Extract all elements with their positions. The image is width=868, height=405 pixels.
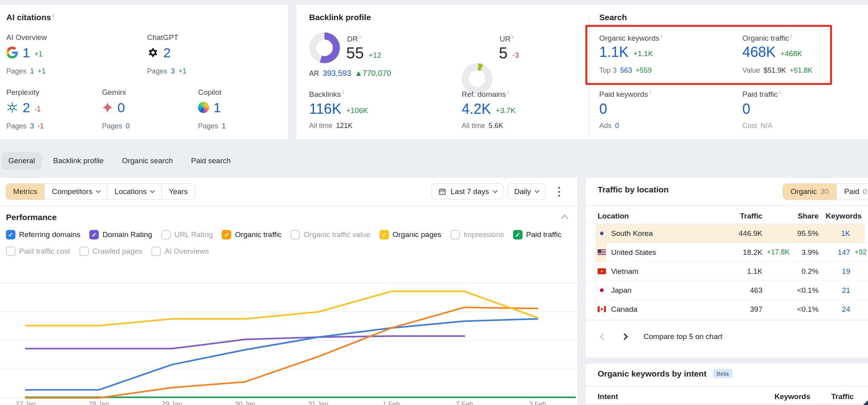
metric-checkbox-row-1: Referring domains Domain Rating URL Rati…	[6, 230, 561, 239]
metric-checkbox-item[interactable]: Impressions	[451, 230, 504, 239]
gemini-icon	[102, 102, 113, 113]
info-icon[interactable]: i	[342, 89, 343, 95]
header-keywords[interactable]: Keywords	[767, 392, 810, 401]
checkbox[interactable]	[89, 230, 99, 239]
backlinks-value[interactable]: 116K	[309, 102, 341, 116]
header-share[interactable]: Share	[793, 212, 819, 220]
checkbox[interactable]	[379, 230, 389, 239]
granularity-dropdown[interactable]: Daily	[508, 183, 545, 200]
ref-domains-value[interactable]: 4.2K	[462, 102, 491, 116]
ai-citations-card: AI citationsi AI Overview 1 +1 Pages1+1 …	[0, 5, 288, 139]
x-tick-label: 30 Jan	[235, 400, 255, 405]
checkbox-label: AI Overviews	[164, 247, 209, 256]
ur-donut-gauge	[462, 63, 492, 94]
chatgpt-value[interactable]: 2	[163, 46, 171, 59]
info-icon[interactable]: i	[508, 89, 509, 95]
keywords-count-link[interactable]: 147	[819, 248, 850, 257]
gemini-pages: Pages0	[102, 122, 130, 130]
metric-checkbox-item[interactable]: Paid traffic cost	[6, 247, 70, 256]
ai-overview-value[interactable]: 1	[23, 46, 30, 59]
paid-keywords-sub: Ads0	[599, 122, 619, 130]
country-flag-icon	[598, 287, 606, 293]
more-options-button[interactable]	[552, 183, 566, 200]
report-tab[interactable]: General	[2, 152, 42, 170]
x-tick-label: 27 Jan	[15, 400, 36, 405]
metrics-filter-button[interactable]: Metrics	[6, 184, 44, 200]
header-traffic[interactable]: Traffic	[713, 212, 762, 220]
checkbox[interactable]	[161, 230, 171, 239]
keywords-count-link[interactable]: 21	[819, 286, 850, 295]
tab-label: Paid search	[191, 156, 230, 165]
ar-delta: ▲770,070	[355, 69, 391, 78]
paid-keywords-value[interactable]: 0	[599, 102, 607, 116]
highlight-annotation-box	[585, 25, 832, 85]
location-table-row[interactable]: Japan 463 <0.1% 21	[586, 281, 868, 300]
keywords-count-link[interactable]: 19	[819, 267, 850, 276]
location-table-row[interactable]: United States 18.2K +17.8K 3.9% 147 +92	[586, 243, 868, 262]
checkbox[interactable]	[513, 230, 523, 239]
metric-checkbox-item[interactable]: AI Overviews	[151, 247, 209, 256]
x-tick-label: 2 Feb	[456, 400, 473, 405]
x-tick-label: 31 Jan	[308, 400, 328, 405]
paid-traffic-value[interactable]: 0	[742, 102, 750, 116]
location-table-row[interactable]: Vietnam 1.1K 0.2% 19	[586, 262, 868, 281]
info-icon[interactable]: i	[512, 34, 513, 40]
checkbox[interactable]	[6, 230, 15, 239]
metric-checkbox-item[interactable]: Referring domains	[6, 230, 80, 239]
header-traffic[interactable]: Traffic	[810, 392, 854, 401]
checkbox[interactable]	[291, 230, 300, 239]
previous-page-icon[interactable]	[600, 333, 607, 340]
checkbox[interactable]	[79, 247, 89, 256]
info-icon[interactable]: i	[779, 89, 780, 95]
toggle-paid[interactable]: Paid0	[836, 184, 868, 200]
compare-top5-link[interactable]: Compare top 5 on chart	[643, 332, 723, 341]
dr-label: DRi	[347, 35, 360, 43]
checkbox[interactable]	[6, 247, 15, 256]
perplexity-value[interactable]: 2	[23, 101, 30, 114]
report-tab[interactable]: Organic search	[115, 152, 179, 170]
checkbox[interactable]	[451, 230, 460, 239]
years-filter-button[interactable]: Years	[161, 184, 195, 200]
traffic-by-location-panel: Traffic by location Organic30 Paid0 Loca…	[586, 178, 868, 358]
checkbox[interactable]	[222, 230, 231, 239]
divider	[0, 205, 577, 206]
copilot-value[interactable]: 1	[213, 101, 221, 114]
organic-paid-toggle: Organic30 Paid0	[783, 183, 868, 200]
location-table-row[interactable]: Canada 397 <0.1% 24	[586, 300, 868, 318]
country-flag-icon	[598, 249, 606, 255]
beta-badge: Beta	[713, 369, 732, 378]
report-tab[interactable]: Paid search	[184, 152, 237, 170]
toggle-organic[interactable]: Organic30	[783, 184, 836, 200]
header-keywords[interactable]: Keywords	[819, 212, 868, 220]
x-tick-label: 29 Jan	[162, 400, 182, 405]
metric-checkbox-item[interactable]: Domain Rating	[89, 230, 152, 239]
checkbox[interactable]	[151, 247, 161, 256]
header-location[interactable]: Location	[598, 212, 713, 220]
metric-checkbox-item[interactable]: URL Rating	[161, 230, 213, 239]
scrollbar-thumb[interactable]	[864, 9, 868, 25]
competitors-filter-dropdown[interactable]: Competitors	[44, 184, 107, 200]
info-icon[interactable]: i	[359, 34, 360, 40]
metric-checkbox-item[interactable]: Organic pages	[379, 230, 442, 239]
info-icon[interactable]: i	[53, 13, 54, 19]
keywords-count-link[interactable]: 24	[819, 305, 850, 314]
checkbox-label: Referring domains	[19, 230, 80, 239]
collapse-section-button[interactable]	[561, 215, 568, 222]
metric-checkbox-item[interactable]: Organic traffic value	[291, 230, 370, 239]
keywords-count-link[interactable]: 1K	[819, 229, 850, 238]
gemini-value[interactable]: 0	[117, 101, 125, 114]
intent-table-header: Intent Keywords Traffic	[586, 390, 868, 404]
traffic-value: 397	[713, 305, 762, 314]
date-range-dropdown[interactable]: Last 7 days	[432, 183, 504, 200]
metric-checkbox-item[interactable]: Paid traffic	[513, 230, 561, 239]
perplexity-pages: Pages3-1	[6, 122, 44, 130]
locations-filter-dropdown[interactable]: Locations	[107, 184, 161, 200]
location-table-row[interactable]: South Korea 446.9K 95.5% 1K	[586, 224, 868, 243]
next-page-icon[interactable]	[621, 333, 628, 340]
report-tab[interactable]: Backlink profile	[47, 152, 111, 170]
header-intent[interactable]: Intent	[598, 392, 767, 401]
metric-checkbox-item[interactable]: Crawled pages	[79, 247, 143, 256]
ar-value[interactable]: 393,593	[323, 69, 351, 78]
info-icon[interactable]: i	[650, 89, 651, 95]
metric-checkbox-item[interactable]: Organic traffic	[222, 230, 281, 239]
